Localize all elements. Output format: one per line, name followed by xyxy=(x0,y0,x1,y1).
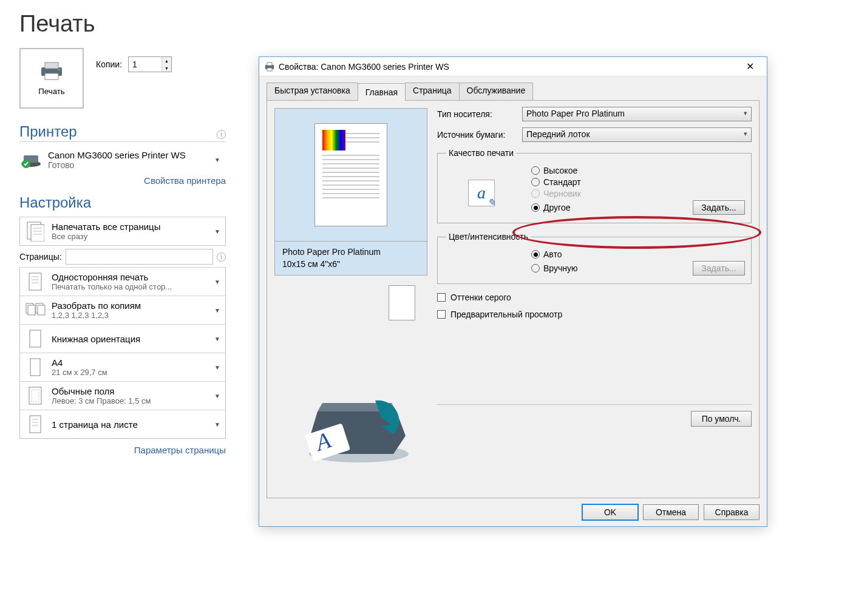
preview-checkbox[interactable]: Предварительный просмотр xyxy=(437,310,752,319)
chevron-down-icon: ▼ xyxy=(214,228,220,235)
print-backstage-panel: Печать Печать Копии: ▲ ▼ Принтер i xyxy=(19,11,226,464)
svg-rect-2 xyxy=(45,73,58,80)
print-button[interactable]: Печать xyxy=(19,48,84,109)
pages-per-sheet-icon xyxy=(25,413,46,435)
printer-properties-link[interactable]: Свойства принтера xyxy=(19,175,226,186)
paper-size-icon xyxy=(25,356,46,378)
svg-rect-24 xyxy=(30,416,41,433)
pages-icon xyxy=(25,220,46,242)
paper-source-label: Источник бумаги: xyxy=(437,130,522,140)
pages-label: Страницы: xyxy=(19,252,62,262)
preview-area xyxy=(274,108,427,242)
page-setup-link[interactable]: Параметры страницы xyxy=(19,445,226,455)
info-icon[interactable]: i xyxy=(217,130,226,139)
cancel-button[interactable]: Отмена xyxy=(643,504,699,520)
svg-rect-19 xyxy=(38,305,45,315)
dialog-footer: OK Отмена Справка xyxy=(267,498,760,520)
copies-stepper[interactable]: ▲ ▼ xyxy=(128,56,172,72)
svg-rect-12 xyxy=(29,273,41,290)
setting-paper-size[interactable]: А4 21 см x 29,7 см ▼ xyxy=(19,353,226,382)
dialog-title: Свойства: Canon MG3600 series Printer WS xyxy=(279,62,449,72)
tab-quick-setup[interactable]: Быстрая установка xyxy=(267,83,358,100)
printer-name: Canon MG3600 series Printer WS xyxy=(48,150,186,160)
quality-fieldset: Качество печати a✎ Высокое Стандарт Черн… xyxy=(437,148,752,223)
preview-label: Photo Paper Pro Platinum 10x15 см 4"x6" xyxy=(274,242,427,276)
quality-radio-other[interactable]: Другое Задать... xyxy=(531,200,745,215)
quality-radio-draft: Черновик xyxy=(531,189,745,198)
grayscale-checkbox[interactable]: Оттенки серого xyxy=(437,293,752,302)
printer-selector[interactable]: Canon MG3600 series Printer WS Готово ▼ xyxy=(19,147,226,173)
layout-preview xyxy=(389,285,415,320)
portrait-icon xyxy=(25,328,46,350)
tab-page[interactable]: Страница xyxy=(405,83,459,100)
printer-status: Готово xyxy=(48,160,186,170)
paper-source-combo[interactable]: Передний лоток xyxy=(522,127,752,142)
setting-pages-per-sheet[interactable]: 1 страница на листе ▼ xyxy=(19,410,226,439)
defaults-button[interactable]: По умолч. xyxy=(691,411,752,427)
copies-increment[interactable]: ▲ xyxy=(162,57,171,64)
info-icon[interactable]: i xyxy=(217,252,226,262)
media-type-combo[interactable]: Photo Paper Pro Platinum xyxy=(522,107,752,121)
chevron-down-icon: ▼ xyxy=(214,393,220,399)
setting-sides[interactable]: Односторонняя печать Печатать только на … xyxy=(19,267,226,296)
margins-icon xyxy=(25,385,46,407)
quality-legend: Качество печати xyxy=(446,148,516,158)
ok-button[interactable]: OK xyxy=(582,504,638,520)
print-button-label: Печать xyxy=(38,87,65,96)
color-fieldset: Цвет/интенсивность Авто Вручную Задать..… xyxy=(437,232,752,284)
color-set-button: Задать... xyxy=(693,261,745,276)
help-button[interactable]: Справка xyxy=(704,504,760,520)
one-sided-icon xyxy=(25,271,46,293)
color-radio-auto[interactable]: Авто xyxy=(531,249,745,259)
quality-set-button[interactable]: Задать... xyxy=(693,200,745,215)
svg-point-3 xyxy=(58,69,60,70)
quality-radio-standard[interactable]: Стандарт xyxy=(531,177,745,187)
svg-rect-29 xyxy=(267,63,272,66)
printer-icon xyxy=(39,61,64,81)
collate-icon xyxy=(25,299,46,321)
copies-label: Копии: xyxy=(96,59,122,69)
settings-section-title: Настройка xyxy=(19,194,91,211)
setting-collate[interactable]: Разобрать по копиям 1,2,3 1,2,3 1,2,3 ▼ xyxy=(19,296,226,325)
preview-column: Photo Paper Pro Platinum 10x15 см 4"x6" … xyxy=(274,108,427,466)
copies-decrement[interactable]: ▼ xyxy=(162,64,171,72)
page-title: Печать xyxy=(19,11,226,37)
setting-margins[interactable]: Обычные поля Левое: 3 см Правое: 1,5 см … xyxy=(19,381,226,410)
rainbow-swatch xyxy=(322,130,345,151)
tab-maintenance[interactable]: Обслуживание xyxy=(459,83,534,100)
dialog-tabs: Быстрая установка Главная Страница Обслу… xyxy=(267,83,760,100)
chevron-down-icon: ▼ xyxy=(214,421,220,428)
chevron-down-icon: ▼ xyxy=(214,336,220,342)
close-button[interactable]: ✕ xyxy=(738,58,762,75)
chevron-down-icon: ▼ xyxy=(214,307,220,314)
setting-print-range[interactable]: Напечатать все страницы Все сразу ▼ xyxy=(19,217,226,246)
quality-icon: a✎ xyxy=(468,180,495,206)
svg-rect-8 xyxy=(31,225,44,242)
printer-illustration: A xyxy=(274,375,427,466)
quality-radio-high[interactable]: Высокое xyxy=(531,166,745,175)
setting-orientation[interactable]: Книжная ориентация ▼ xyxy=(19,324,226,353)
chevron-down-icon: ▼ xyxy=(214,364,220,371)
tab-pane-main: Photo Paper Pro Platinum 10x15 см 4"x6" … xyxy=(267,100,760,498)
svg-rect-1 xyxy=(45,63,58,69)
printer-section-title: Принтер xyxy=(19,123,77,140)
tab-main[interactable]: Главная xyxy=(358,83,406,101)
printer-icon xyxy=(264,62,275,72)
color-radio-manual[interactable]: Вручную Задать... xyxy=(531,261,745,276)
color-legend: Цвет/интенсивность xyxy=(446,232,531,242)
pages-input[interactable] xyxy=(66,249,213,265)
svg-rect-18 xyxy=(28,305,35,315)
chevron-down-icon: ▼ xyxy=(214,279,220,285)
svg-rect-21 xyxy=(30,359,40,376)
svg-rect-20 xyxy=(30,330,41,347)
media-type-label: Тип носителя: xyxy=(437,109,522,119)
svg-rect-30 xyxy=(267,68,272,71)
copies-input[interactable] xyxy=(129,57,161,72)
dialog-titlebar[interactable]: Свойства: Canon MG3600 series Printer WS… xyxy=(259,57,767,76)
chevron-down-icon: ▼ xyxy=(214,157,220,163)
paper-preview xyxy=(314,123,387,226)
printer-properties-dialog: Свойства: Canon MG3600 series Printer WS… xyxy=(259,56,767,527)
printer-status-icon xyxy=(20,152,42,169)
